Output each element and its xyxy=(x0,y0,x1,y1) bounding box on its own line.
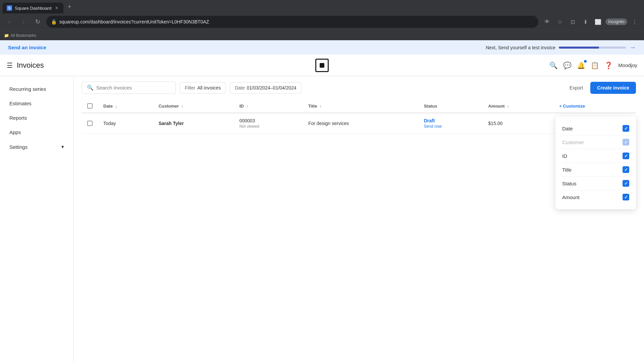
tab-close-button[interactable]: ✕ xyxy=(54,5,59,11)
customize-checkbox-amount[interactable]: ✓ xyxy=(623,194,629,200)
header-actions: 🔍 💬 🔔 📋 ❓ Moodjoy xyxy=(549,61,637,69)
page-title: Invoices xyxy=(17,61,549,70)
logo-inner xyxy=(320,63,324,68)
notification-badge xyxy=(584,60,587,63)
bookmark-folder-icon: 📁 xyxy=(4,33,9,38)
notifications-icon[interactable]: 🔔 xyxy=(577,61,585,69)
column-header-title[interactable]: Title ↑ xyxy=(303,99,419,113)
sidebar-item-apps[interactable]: Apps xyxy=(3,125,71,139)
menu-dots-icon[interactable]: ⋮ xyxy=(629,16,640,27)
customize-checkbox-title[interactable]: ✓ xyxy=(623,166,629,173)
download-icon[interactable]: ⬇ xyxy=(580,16,591,27)
new-tab-button[interactable]: + xyxy=(65,2,74,11)
customize-item-status[interactable]: Status ✓ xyxy=(561,177,631,190)
customize-column-header[interactable]: + Customize xyxy=(554,99,636,113)
column-header-customer[interactable]: Customer ↑ xyxy=(153,99,234,113)
search-header-icon[interactable]: 🔍 xyxy=(549,61,558,69)
table-body: Today Sarah Tyler 000003 Not viewed For … xyxy=(82,113,636,134)
customize-item-amount[interactable]: Amount ✓ xyxy=(561,190,631,204)
search-icon: 🔍 xyxy=(87,84,94,91)
row-status-draft: Draft xyxy=(424,118,435,123)
progress-fill xyxy=(559,47,599,49)
select-all-checkbox[interactable] xyxy=(87,103,93,109)
row-id-sub: Not viewed xyxy=(239,124,298,129)
date-value: 01/03/2024–01/04/2024 xyxy=(247,85,297,90)
customize-item-title[interactable]: Title ✓ xyxy=(561,163,631,177)
bookmarks-bar: 📁 All Bookmarks xyxy=(0,30,644,40)
sort-down-icon: ↓ xyxy=(115,104,117,108)
customize-item-id[interactable]: ID ✓ xyxy=(561,149,631,163)
row-customer: Sarah Tyler xyxy=(153,113,234,134)
row-status-cell: Draft Send now xyxy=(419,113,483,134)
toolbar-row: 🔍 Filter All invoices Date 01/03/2024–01… xyxy=(82,81,636,94)
customize-link[interactable]: + Customize xyxy=(559,104,585,109)
create-invoice-button[interactable]: Create invoice xyxy=(590,82,636,94)
date-filter-button[interactable]: Date 01/03/2024–01/04/2024 xyxy=(230,82,302,94)
next-arrow-button[interactable]: → xyxy=(629,44,636,51)
help-icon[interactable]: ❓ xyxy=(604,61,613,69)
select-all-checkbox-header[interactable] xyxy=(82,99,98,113)
column-header-status[interactable]: Status xyxy=(419,99,483,113)
messages-icon[interactable]: 💬 xyxy=(563,61,572,69)
row-amount: $15.00 xyxy=(483,113,554,134)
search-input[interactable] xyxy=(96,85,163,90)
check-icon: ✓ xyxy=(624,167,628,172)
customize-checkbox-status[interactable]: ✓ xyxy=(623,180,629,187)
customize-checkbox-customer[interactable]: ✓ xyxy=(623,139,629,145)
square-logo xyxy=(315,59,329,72)
browser-tab-active[interactable]: S Square Dashboard ✕ xyxy=(3,3,63,13)
customize-label-title: Title xyxy=(562,167,572,173)
column-header-date[interactable]: Date ↓ xyxy=(98,99,153,113)
customize-label-amount: Amount xyxy=(562,194,580,200)
eye-icon[interactable]: 👁 xyxy=(542,16,552,27)
row-send-now-link[interactable]: Send now xyxy=(424,124,478,129)
sidebar-item-settings[interactable]: Settings ▾ xyxy=(3,140,71,154)
search-box[interactable]: 🔍 xyxy=(82,81,176,94)
app: Send an invoice Next, Send yourself a te… xyxy=(0,40,644,362)
sidebar-item-estimates[interactable]: Estimates xyxy=(3,97,71,110)
user-name[interactable]: Moodjoy xyxy=(618,62,637,68)
reload-button[interactable]: ↻ xyxy=(32,16,43,27)
star-icon[interactable]: ☆ xyxy=(554,16,565,27)
page-header: ☰ Invoices 🔍 💬 🔔 📋 ❓ Moodjoy xyxy=(0,55,644,76)
lock-icon: 🔒 xyxy=(51,19,57,24)
check-icon: ✓ xyxy=(624,140,628,145)
table-row[interactable]: Today Sarah Tyler 000003 Not viewed For … xyxy=(82,113,636,134)
sidebar-item-recurring-series[interactable]: Recurring series xyxy=(3,82,71,96)
back-button[interactable]: ‹ xyxy=(4,16,15,27)
sort-up-icon: ↑ xyxy=(320,104,322,108)
address-bar[interactable]: 🔒 squareup.com/dashboard/invoices?curren… xyxy=(46,16,538,28)
column-header-amount[interactable]: Amount ↑ xyxy=(483,99,554,113)
customize-dropdown-panel: Date ✓ Customer ✓ ID ✓ Title ✓ Status xyxy=(555,116,636,209)
forward-button[interactable]: › xyxy=(18,16,29,27)
row-title: For design services xyxy=(303,113,419,134)
tab-title: Square Dashboard xyxy=(15,6,51,11)
customize-item-date[interactable]: Date ✓ xyxy=(561,122,631,135)
browser-toolbar: ‹ › ↻ 🔒 squareup.com/dashboard/invoices?… xyxy=(0,13,644,30)
clipboard-icon[interactable]: 📋 xyxy=(591,61,599,69)
check-icon: ✓ xyxy=(624,154,628,159)
top-banner: Send an invoice Next, Send yourself a te… xyxy=(0,40,644,55)
column-header-id[interactable]: ID ↑ xyxy=(234,99,303,113)
row-checkbox[interactable] xyxy=(87,121,93,126)
customize-checkbox-id[interactable]: ✓ xyxy=(623,153,629,159)
profile-icon[interactable]: ⊡ xyxy=(567,16,578,27)
invoice-table: Date ↓ Customer ↑ ID ↑ Title xyxy=(82,99,636,134)
filter-button[interactable]: Filter All invoices xyxy=(180,82,226,94)
customize-checkbox-date[interactable]: ✓ xyxy=(623,125,629,132)
sidebar: Recurring series Estimates Reports Apps … xyxy=(0,76,74,362)
url-text: squareup.com/dashboard/invoices?currentU… xyxy=(59,19,534,24)
extension-icon[interactable]: ⬜ xyxy=(593,16,603,27)
layout: Recurring series Estimates Reports Apps … xyxy=(0,76,644,362)
export-button[interactable]: Export xyxy=(566,82,587,93)
menu-icon[interactable]: ☰ xyxy=(7,61,13,69)
send-invoice-link[interactable]: Send an invoice xyxy=(8,45,46,50)
date-label: Date xyxy=(235,85,245,90)
bookmarks-label: 📁 All Bookmarks xyxy=(4,33,36,38)
row-checkbox-cell[interactable] xyxy=(82,113,98,134)
customize-item-customer[interactable]: Customer ✓ xyxy=(561,135,631,149)
customize-label-status: Status xyxy=(562,181,577,186)
row-id-cell: 000003 Not viewed xyxy=(234,113,303,134)
incognito-badge: Incognito xyxy=(605,18,627,25)
sidebar-item-reports[interactable]: Reports xyxy=(3,111,71,125)
